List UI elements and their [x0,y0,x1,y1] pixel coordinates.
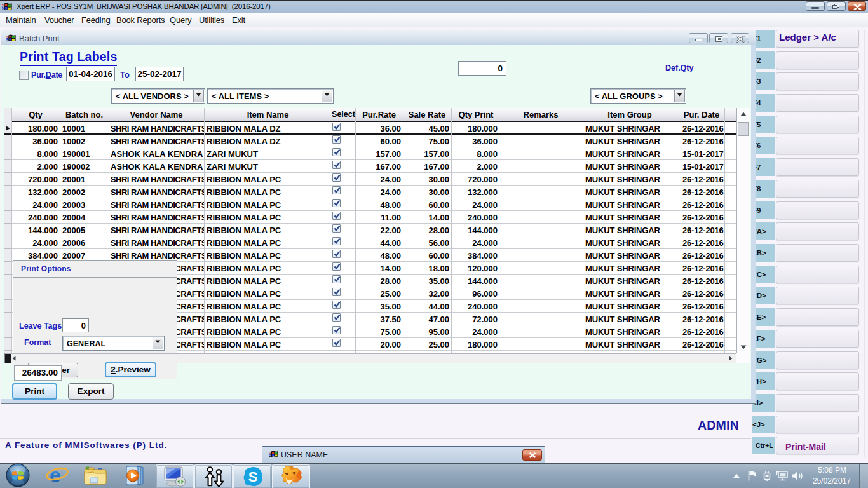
svg-text:S: S [248,469,258,485]
svg-text:e: e [50,464,61,487]
